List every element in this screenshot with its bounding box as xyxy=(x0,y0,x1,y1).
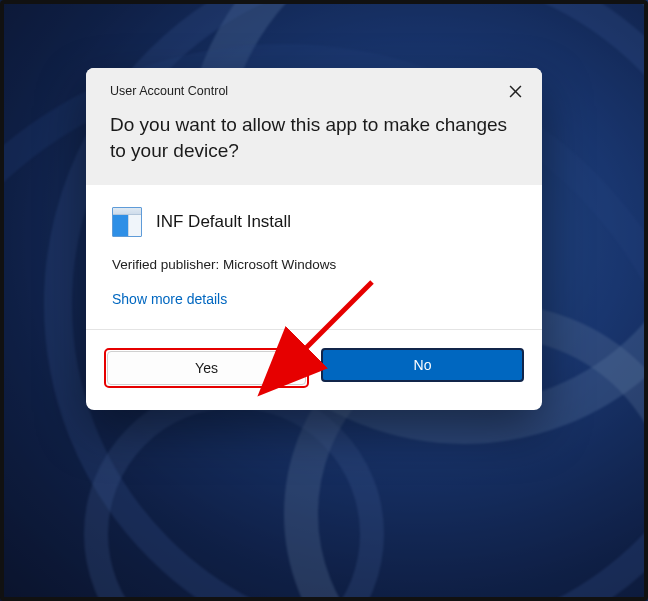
show-more-details-link[interactable]: Show more details xyxy=(112,291,227,307)
dialog-footer: Yes No xyxy=(86,329,542,410)
dialog-prompt: Do you want to allow this app to make ch… xyxy=(110,112,518,163)
dialog-body: INF Default Install Verified publisher: … xyxy=(86,185,542,329)
uac-dialog: User Account Control Do you want to allo… xyxy=(86,68,542,410)
close-button[interactable] xyxy=(502,80,528,106)
no-button[interactable]: No xyxy=(321,348,524,382)
app-icon xyxy=(112,207,142,237)
app-name: INF Default Install xyxy=(156,212,291,232)
publisher-line: Verified publisher: Microsoft Windows xyxy=(112,257,516,272)
yes-button[interactable]: Yes xyxy=(107,351,306,385)
dialog-header: User Account Control Do you want to allo… xyxy=(86,68,542,185)
annotation-highlight-box: Yes xyxy=(104,348,309,388)
dialog-title: User Account Control xyxy=(110,84,518,98)
app-info-row: INF Default Install xyxy=(112,207,516,237)
close-icon xyxy=(509,85,522,101)
